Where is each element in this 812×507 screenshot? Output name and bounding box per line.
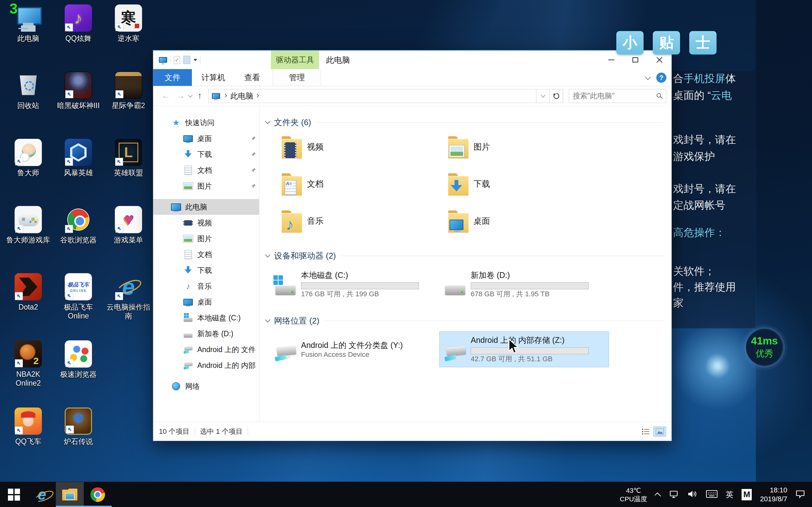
ping-indicator[interactable]: 41ms 优秀	[746, 329, 783, 366]
tab-view[interactable]: 查看	[235, 69, 270, 86]
network-drive-item[interactable]: Android 上的 文件分类盘 (Y:) Fusion Access Devi…	[270, 331, 439, 367]
running-indicator	[56, 506, 84, 507]
folder-item[interactable]: 桌面	[448, 209, 615, 233]
sidebar-item[interactable]: Android 上的 文件	[153, 342, 259, 357]
network-drive-item[interactable]: Android 上的 内部存储 (Z:) 42.7 GB 可用 , 共 51.1…	[439, 331, 609, 367]
desktop-icon[interactable]: 云电脑操作指南	[104, 271, 153, 338]
folder-item[interactable]: 视频	[282, 135, 448, 159]
desktop-icon[interactable]: NBA2K Online2	[3, 338, 53, 405]
recent-locations-icon[interactable]	[188, 93, 193, 97]
sidebar-item[interactable]: 此电脑	[153, 199, 259, 215]
tab-computer[interactable]: 计算机	[192, 69, 235, 86]
sidebar-item[interactable]: 桌面	[153, 130, 259, 147]
start-button[interactable]	[0, 482, 28, 507]
desktop-icon[interactable]: 风暴英雄	[54, 136, 103, 204]
details-view-button[interactable]	[640, 427, 652, 436]
desktop-icon[interactable]: 极速浏览器	[54, 338, 103, 405]
search-icon[interactable]	[657, 93, 661, 98]
desktop-icon[interactable]: 英雄联盟	[104, 136, 153, 204]
taskbar-ie-button[interactable]: e	[28, 482, 56, 507]
sidebar-item[interactable]: 新加卷 (D:)	[153, 326, 259, 342]
drive-item[interactable]: 本地磁盘 (C:) 176 GB 可用 , 共 199 GB	[270, 267, 439, 302]
desktop-icon[interactable]: 极品飞车Online	[54, 271, 103, 338]
sidebar-item[interactable]: 网络	[153, 378, 259, 394]
sidebar-item[interactable]: 图片	[153, 231, 259, 246]
shortcut-arrow-icon	[115, 292, 123, 300]
desktop-icon[interactable]: 回收站	[3, 69, 53, 136]
ime-language-indicator[interactable]: 英	[726, 490, 733, 500]
taskbar-chrome-button[interactable]	[84, 482, 112, 507]
search-input[interactable]	[569, 92, 655, 100]
folder-item[interactable]: 图片	[448, 135, 615, 159]
new-folder-icon[interactable]	[183, 56, 190, 64]
desktop-icon[interactable]: 逆水寒	[104, 2, 153, 69]
forward-button[interactable]: →	[173, 91, 188, 101]
sidebar-item[interactable]: Android 上的 内部	[153, 357, 259, 373]
taskbar-explorer-button[interactable]	[56, 482, 84, 507]
clock[interactable]: 18:10 2019/8/7	[760, 486, 787, 504]
desktop-icon-image	[65, 273, 92, 300]
window-computer-icon	[159, 57, 167, 63]
back-button[interactable]: ←	[158, 91, 173, 101]
refresh-button[interactable]	[550, 89, 563, 103]
desktop-icon[interactable]: 星际争霸2	[104, 69, 153, 136]
folder-item[interactable]: 音乐	[282, 209, 448, 233]
action-center-icon[interactable]	[796, 490, 805, 500]
tab-manage[interactable]: 管理	[273, 69, 321, 86]
sidebar-item[interactable]: 快速访问	[153, 115, 259, 130]
desktop-icon[interactable]: QQ炫舞	[54, 2, 103, 69]
expand-ribbon-icon[interactable]	[645, 74, 651, 80]
desktop-icon[interactable]: 游戏菜单	[104, 204, 153, 271]
keyboard-tray-icon[interactable]	[706, 490, 717, 500]
sidebar-item-icon	[183, 218, 193, 228]
address-dropdown-button[interactable]	[537, 89, 550, 103]
section-header[interactable]: 文件夹 (6)	[266, 117, 665, 128]
shortcut-arrow-icon	[15, 427, 23, 435]
sidebar-item[interactable]: 文档	[153, 162, 259, 178]
volume-tray-icon[interactable]	[687, 489, 698, 500]
folder-item[interactable]: 下载	[448, 172, 615, 196]
drive-item[interactable]: 新加卷 (D:) 678 GB 可用 , 共 1.95 TB	[439, 267, 609, 302]
desktop-icon[interactable]: 鲁大师游戏库	[3, 204, 53, 271]
properties-check-icon[interactable]: ✓	[174, 56, 180, 64]
show-hidden-icons-chevron[interactable]	[655, 493, 661, 499]
sidebar-item[interactable]: 视频	[153, 215, 259, 231]
tab-file[interactable]: 文件	[153, 69, 192, 86]
desktop-icon[interactable]: Dota2	[3, 271, 53, 338]
sidebar-item[interactable]: 下载	[153, 262, 259, 278]
help-icon[interactable]: ?	[656, 72, 666, 83]
desktop-icon-image	[65, 407, 92, 435]
section-header[interactable]: 网络位置 (2)	[266, 315, 665, 326]
ime-mode-badge[interactable]: M	[742, 489, 752, 500]
sidebar-item[interactable]: 桌面	[153, 294, 259, 310]
desktop-icon[interactable]: 炉石传说	[54, 405, 103, 472]
folder-item[interactable]: 文档	[282, 172, 448, 196]
tips-badge[interactable]: 士	[689, 31, 716, 55]
collapse-section-icon[interactable]	[265, 119, 270, 124]
breadcrumb-separator[interactable]: ›	[253, 90, 262, 101]
running-indicator	[84, 506, 112, 507]
section-header[interactable]: 设备和驱动器 (2)	[266, 250, 665, 262]
qat-dropdown-icon[interactable]	[194, 59, 197, 61]
tips-badge[interactable]: 贴	[653, 31, 680, 55]
folder-icon	[282, 210, 302, 233]
tips-badge[interactable]: 小	[616, 31, 644, 55]
sidebar-item[interactable]: 下载	[153, 147, 259, 162]
sidebar-item[interactable]: 图片	[153, 178, 259, 194]
collapse-section-icon[interactable]	[265, 252, 270, 258]
desktop-icon[interactable]: 暗黑破坏神III	[54, 69, 103, 136]
up-button[interactable]: ↑	[194, 91, 205, 101]
desktop-icon[interactable]: 谷歌浏览器	[54, 204, 103, 271]
sidebar-item[interactable]: 本地磁盘 (C:)	[153, 310, 259, 326]
desktop-icon[interactable]: 鲁大师	[3, 136, 53, 204]
desktop-icon[interactable]: QQ飞车	[3, 405, 53, 472]
breadcrumb-location[interactable]: 此电脑	[230, 91, 253, 101]
sidebar-item[interactable]: 文档	[153, 246, 259, 262]
cpu-temp-widget[interactable]: 43℃ CPU温度	[620, 486, 647, 503]
sidebar-item-label: 文档	[197, 250, 212, 260]
thumbnail-view-button[interactable]	[654, 427, 666, 436]
sidebar-item[interactable]: 音乐	[153, 278, 259, 294]
collapse-section-icon[interactable]	[265, 317, 270, 323]
address-field[interactable]: › 此电脑 ›	[208, 89, 537, 103]
network-tray-icon[interactable]	[669, 489, 679, 500]
